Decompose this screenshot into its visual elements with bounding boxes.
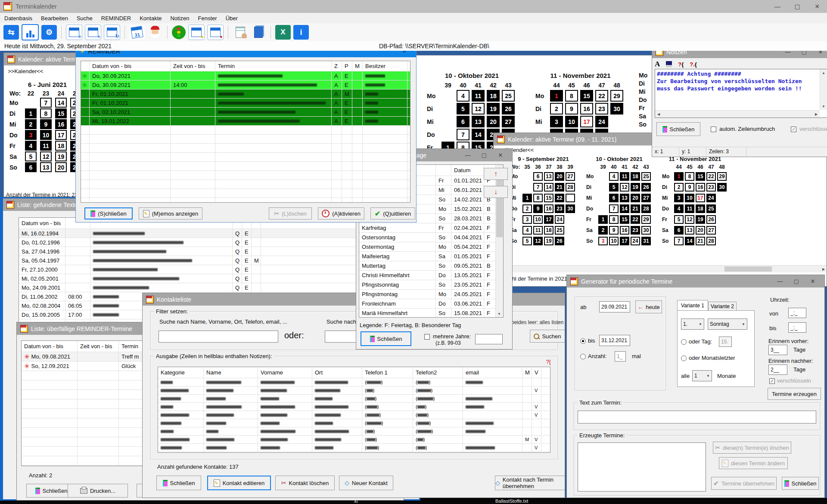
zeilenumbruch-checkbox[interactable]	[711, 127, 716, 132]
scroll-down-icon[interactable]: ▼	[496, 310, 503, 317]
monatsletzter-radio[interactable]	[681, 356, 687, 361]
calendar-add-icon[interactable]: +	[85, 25, 101, 40]
day-cell[interactable]: 13	[40, 162, 52, 172]
scroll-thumb[interactable]	[496, 173, 503, 237]
day-cell[interactable]: 2	[598, 226, 608, 235]
day-cell[interactable]: 8	[685, 172, 694, 181]
day-cell[interactable]: 29	[610, 90, 623, 102]
day-cell[interactable]	[566, 194, 575, 202]
day-cell[interactable]: 11	[472, 90, 485, 102]
day-cell[interactable]: 3	[674, 194, 684, 202]
feiertage-row[interactable]: OstermontagMo05.04.2021F	[359, 242, 503, 252]
close-icon[interactable]: ✕	[812, 51, 827, 55]
kontakte-row[interactable]: ( )( )	[158, 419, 550, 427]
scroll-down-icon[interactable]: ▼	[820, 103, 827, 110]
feiertage-up-button[interactable]: ↑	[484, 168, 508, 180]
day-cell[interactable]: 19	[544, 237, 553, 245]
kalender-nav-link[interactable]: >>Kalender<<	[8, 68, 43, 74]
day-cell[interactable]: 25	[502, 90, 515, 102]
day-cell[interactable]: 16	[580, 103, 593, 114]
day-cell[interactable]: 31	[641, 237, 651, 245]
gefundene-row[interactable]: Sa, 05.04.1997QEM	[19, 256, 406, 265]
day-cell[interactable]: 1	[550, 90, 563, 102]
day-cell[interactable]: 12	[472, 103, 485, 114]
day-cell[interactable]: 13	[472, 116, 485, 127]
day-cell[interactable]: 10	[609, 237, 619, 245]
day-cell[interactable]: 17	[544, 215, 553, 224]
day-cell[interactable]: 30	[566, 204, 575, 213]
mehrere-jahre-checkbox[interactable]	[424, 334, 430, 340]
scroll-thumb[interactable]	[724, 266, 772, 272]
day-cell[interactable]: 22	[706, 172, 716, 181]
day-cell[interactable]: 26	[502, 103, 515, 114]
search-input[interactable]	[159, 331, 278, 343]
day-cell[interactable]: 10	[533, 215, 543, 224]
day-cell[interactable]: 2	[522, 204, 532, 213]
feiertage-row[interactable]: OstersonntagSo04.04.2021F	[359, 233, 503, 242]
day-cell[interactable]: 12	[533, 237, 543, 245]
calendar-31-icon[interactable]: 31	[129, 25, 145, 40]
day-cell[interactable]: 14	[620, 204, 629, 213]
day-cell[interactable]: 3	[25, 130, 37, 140]
day-cell[interactable]: 1	[522, 194, 532, 202]
bis-time-input[interactable]: _:_	[788, 322, 806, 333]
day-cell[interactable]: 16	[620, 226, 629, 235]
menu-notizen[interactable]: Notizen	[166, 13, 193, 23]
scroll-left-icon[interactable]: ◀	[655, 111, 662, 117]
notizen-hscrollbar[interactable]: ◀ ▶	[655, 110, 820, 117]
termin-aendern-button[interactable]: diesen Termin ändern	[719, 457, 788, 469]
day-cell[interactable]: 7	[40, 98, 52, 108]
calendar-reminder-red-icon[interactable]: ●	[207, 25, 224, 40]
settings-gear-icon[interactable]: ⚙	[41, 25, 57, 40]
day-cell[interactable]: 6	[25, 162, 37, 172]
day-cell[interactable]: 29	[641, 215, 651, 224]
tab-variante-1[interactable]: Variante 1	[677, 300, 708, 311]
day-cell[interactable]: 25	[555, 226, 564, 235]
maximize-icon[interactable]: ▢	[787, 0, 807, 13]
kontakt-edit-button[interactable]: Kontakt editieren	[207, 476, 271, 490]
kontakt-to-termin-button[interactable]: ◇Kontakt nach Termin übernehmen	[495, 476, 565, 490]
day-cell[interactable]: 11	[685, 204, 694, 213]
day-cell[interactable]: 16	[544, 204, 553, 213]
gefundene-row[interactable]: Mo, 24.09.2001QE	[19, 283, 406, 292]
help-decrypt-icon[interactable]: ?.{	[690, 61, 697, 68]
day-cell[interactable]: 20	[55, 162, 67, 172]
day-cell[interactable]: 17	[55, 130, 67, 140]
day-cell[interactable]: 17	[696, 194, 705, 202]
day-cell[interactable]: 28	[706, 237, 716, 245]
day-cell[interactable]: 24	[555, 215, 564, 224]
day-cell[interactable]: 10	[40, 130, 52, 140]
reminder-row[interactable]: Sa, 02.10.2021AE	[81, 108, 410, 117]
window-notizen-titlebar[interactable]: Notizen — ▢ ✕	[652, 51, 827, 58]
feiertage-down-button[interactable]: ↓	[484, 186, 508, 198]
help-icon[interactable]: ?{	[546, 359, 551, 365]
reminder-delete-button[interactable]: ✂(L)öschen	[269, 207, 312, 220]
day-cell[interactable]: 16	[696, 183, 705, 192]
day-cell[interactable]: 18	[487, 90, 500, 102]
day-cell[interactable]: 16	[55, 119, 67, 129]
day-cell[interactable]: 2	[674, 183, 684, 192]
day-cell[interactable]: 10	[565, 116, 578, 127]
day-cell[interactable]: 14	[685, 237, 694, 245]
day-cell[interactable]: 1	[598, 215, 608, 224]
day-cell[interactable]: 25	[641, 172, 651, 181]
window-reminder-titlebar[interactable]: ☀ REMINDER ✕	[76, 51, 416, 57]
save-icon[interactable]	[666, 61, 672, 67]
reminder-close-button[interactable]: (S)chließen	[84, 207, 133, 220]
reminder-row[interactable]: ✳Do, 30.09.202114:00AE	[81, 80, 410, 90]
oder-tag-radio[interactable]	[681, 339, 687, 345]
gefundene-row[interactable]: Mi, 02.05.2001QE	[19, 274, 406, 283]
day-cell[interactable]: 10	[685, 194, 694, 202]
day-cell[interactable]: 11	[533, 226, 543, 235]
scroll-right-icon[interactable]: ▶	[813, 111, 820, 117]
feiertage-row[interactable]: Christi HimmelfahrtDo13.05.2021F	[359, 271, 503, 280]
day-cell[interactable]: 30	[717, 183, 727, 192]
scroll-up-icon[interactable]: ▲	[820, 69, 827, 76]
von-time-input[interactable]: _:_	[788, 308, 806, 318]
notizen-textarea[interactable]: ######## Achtung ######## Zur Bearbeitun…	[655, 69, 827, 118]
day-cell[interactable]: 24	[631, 237, 640, 245]
neuer-kontakt-button[interactable]: ◇Neuer Kontakt	[339, 476, 393, 490]
day-cell[interactable]: 17	[580, 116, 593, 127]
day-cell[interactable]: 19	[631, 183, 640, 192]
tab-variante-2[interactable]: Variante 2	[708, 302, 737, 311]
